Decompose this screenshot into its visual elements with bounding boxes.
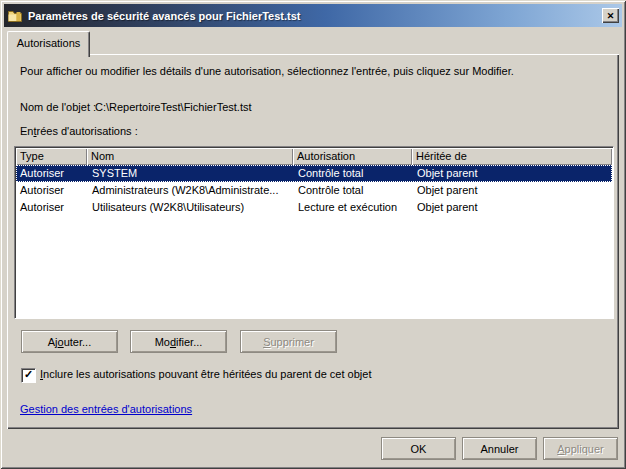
permission-entries-list[interactable]: Type Nom Autorisation Héritée de Autoris… [14, 146, 614, 319]
modifier-button[interactable]: Modifier... [130, 330, 227, 353]
folder-icon [7, 8, 23, 24]
advanced-security-dialog: Paramètres de sécurité avancés pour Fich… [0, 0, 626, 469]
column-header-autorisation[interactable]: Autorisation [293, 148, 412, 165]
column-header-nom[interactable]: Nom [87, 148, 293, 165]
appliquer-button[interactable]: Appliquer [543, 437, 618, 460]
instruction-text: Pour afficher ou modifier les détails d'… [20, 65, 514, 77]
window-title: Paramètres de sécurité avancés pour Fich… [28, 10, 300, 22]
ok-button[interactable]: OK [381, 437, 456, 460]
table-row-administrateurs[interactable]: Autoriser Administrateurs (W2K8\Administ… [16, 182, 612, 199]
close-button[interactable]: ✕ [602, 8, 619, 23]
column-header-heritee-de[interactable]: Héritée de [412, 148, 612, 165]
titlebar[interactable]: Paramètres de sécurité avancés pour Fich… [4, 4, 622, 27]
table-row-utilisateurs[interactable]: Autoriser Utilisateurs (W2K8\Utilisateur… [16, 199, 612, 216]
column-header-type[interactable]: Type [16, 148, 87, 165]
manage-entries-link[interactable]: Gestion des entrées d'autorisations [20, 403, 192, 415]
checkmark-icon: ✓ [24, 368, 33, 380]
object-name-value: C:\RepertoireTest\FichierTest.tst [95, 101, 252, 113]
table-row-system[interactable]: Autoriser SYSTEM Contrôle total Objet pa… [16, 165, 612, 182]
tab-autorisations[interactable]: Autorisations [7, 31, 90, 57]
inherit-checkbox-label[interactable]: Inclure les autorisations pouvant être h… [40, 368, 371, 380]
annuler-button[interactable]: Annuler [462, 437, 537, 460]
object-name-label: Nom de l'objet : [20, 101, 96, 113]
entries-list-label: Entrées d'autorisations : [20, 125, 138, 137]
supprimer-button[interactable]: Supprimer [240, 330, 337, 353]
inherit-checkbox[interactable]: ✓ [21, 368, 36, 383]
ajouter-button[interactable]: Ajouter... [21, 330, 118, 353]
tab-page-autorisations: Pour afficher ou modifier les détails d'… [7, 54, 619, 429]
list-header: Type Nom Autorisation Héritée de [16, 148, 612, 165]
close-icon: ✕ [607, 11, 615, 21]
